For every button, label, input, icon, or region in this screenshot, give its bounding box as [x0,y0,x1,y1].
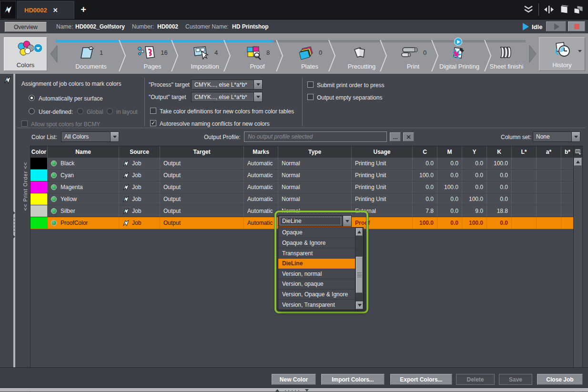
table-row-cyan[interactable]: Cyan Job Output Automatic Normal Printin… [30,170,582,181]
fit-width-icon[interactable] [543,4,555,15]
imposition-icon [192,45,210,60]
stop-button[interactable] [568,21,585,31]
radio-auto-per-surface-label: Automatically per surface [39,95,103,102]
dropdown-option-dieline[interactable]: DieLine [278,259,355,269]
new-color-button[interactable]: New Color [272,374,316,385]
step-sheet-finishing[interactable]: Sheet finishi [487,40,526,71]
documents-icon [79,45,95,60]
vertical-scrollbar[interactable] [573,146,582,392]
browse-profile-button[interactable]: ... [390,132,401,141]
header-usage[interactable]: Usage [352,146,413,158]
export-colors-button[interactable]: Export Colors... [390,374,452,385]
close-job-button[interactable]: Close Job [537,374,583,385]
vertical-splitter-grip[interactable] [13,211,16,239]
checkbox-output-empty-seps[interactable] [307,94,314,100]
sheet-finishing-icon [497,45,513,60]
checkbox-submit-print-order[interactable] [307,81,314,88]
header-type[interactable]: Type [278,146,352,158]
workflow-colors-button[interactable]: Colors [4,37,47,71]
scroll-steps-left-icon[interactable] [49,45,59,63]
header-m[interactable]: M [437,146,462,158]
radio-auto-per-surface[interactable] [29,95,35,101]
radio-in-layout[interactable] [107,108,113,114]
scroll-up-button[interactable] [574,158,582,166]
header-marks[interactable]: Marks [244,146,278,158]
table-row-yellow[interactable]: Yellow Job Output Automatic Normal Print… [30,193,582,205]
dropdown-option-opaque-ignore[interactable]: Opaque & Ignore [278,238,355,249]
process-target-select[interactable]: CMYK..., else L*a*b* [191,80,263,90]
dropdown-option-version-opaque-ignore[interactable]: Version, Opaque & Ignore [278,290,355,300]
header-b[interactable]: b* [561,146,574,158]
color-list-select[interactable]: All Colors [61,131,119,142]
delete-button[interactable]: Delete [456,374,495,385]
dropdown-scroll-up-button[interactable] [356,228,363,236]
dropdown-option-version-normal[interactable]: Version, normal [278,269,355,280]
dropdown-arrow-icon[interactable] [343,216,351,226]
status-dot-icon [51,172,57,178]
column-chooser-button[interactable] [574,146,582,158]
dropdown-option-transparent[interactable]: Transparent [278,248,355,259]
job-tab-label: HD0002 [24,7,47,14]
job-number-value: HD0002 [157,23,178,30]
dropdown-scrollbar-thumb[interactable] [356,257,363,293]
checkbox-take-color-defs[interactable] [150,108,156,114]
header-l[interactable]: L* [512,146,537,158]
header-source[interactable]: Source [119,146,160,158]
dropdown-option-opaque[interactable]: Opaque [278,228,355,238]
job-tab[interactable]: HD0002 ✕ [17,1,74,19]
dropdown-arrow-icon[interactable] [253,92,262,101]
column-set-select[interactable]: None [533,131,580,142]
job-info-bar: Overview Name: HD0002_Golfstory Number: … [0,19,588,33]
output-profile-field[interactable]: No output profile selected [244,131,387,142]
workflow-history-button[interactable]: History [539,37,585,71]
footer-bar: New Color Import Colors... Export Colors… [0,367,588,389]
clear-profile-button[interactable]: ✕ [403,132,414,141]
dropdown-arrow-icon[interactable] [110,132,119,141]
radio-user-defined[interactable] [29,108,35,114]
table-row-black[interactable]: Black Job Output Automatic Normal Printi… [30,158,582,170]
panel-switch-icon[interactable] [573,4,584,15]
header-color[interactable]: Color [30,146,48,158]
checkbox-allow-spot[interactable] [21,121,28,127]
pages-icon [137,45,156,60]
panel-logo-icon [3,76,12,84]
assignment-title: Assignment of job colors to mark colors [21,80,121,87]
radio-global[interactable] [77,108,83,114]
header-k[interactable]: K [487,146,512,158]
customer-value: HD Printshop [232,23,269,30]
dropdown-option-version-transparent[interactable]: Version, Transparent [278,300,355,310]
checkbox-autoresolve[interactable]: ✓ [150,120,156,126]
scroll-steps-right-icon[interactable] [528,45,537,63]
chevron-double-down-icon[interactable] [523,6,534,13]
run-button[interactable] [546,21,566,31]
header-a[interactable]: a* [537,146,561,158]
colors-dropdown-badge[interactable] [33,43,43,53]
header-y[interactable]: Y [462,146,487,158]
dropdown-scrollbar[interactable] [355,228,363,310]
dropdown-arrow-icon[interactable] [253,80,262,89]
status-play-icon [523,23,529,30]
overview-button[interactable]: Overview [5,22,47,32]
save-button[interactable]: Save [499,374,532,385]
dropdown-scroll-down-button[interactable] [356,302,363,309]
plates-count: 0 [319,49,322,56]
history-dropdown-arrow[interactable] [578,50,582,52]
type-combobox[interactable]: DieLine [278,215,352,227]
dropdown-option-version-opaque[interactable]: Version, opaque [278,279,355,290]
new-tab-button[interactable]: + [76,0,91,19]
color-swatch [30,193,47,205]
tab-close-icon[interactable]: ✕ [53,7,58,14]
dropdown-arrow-icon[interactable] [571,132,580,141]
bottom-splitter-grip[interactable] [275,389,309,392]
output-target-select[interactable]: CMYK..., else L*a*b* [191,92,263,102]
import-colors-button[interactable]: Import Colors... [321,374,385,385]
bottom-splitter[interactable] [0,388,588,392]
header-target[interactable]: Target [160,146,244,158]
panel-view-icon[interactable] [558,4,570,15]
job-icon [122,208,130,215]
header-name[interactable]: Name [48,146,119,158]
header-c[interactable]: C [413,146,437,158]
step-separator [171,40,179,71]
step-documents[interactable]: 1 Documents [64,40,118,71]
table-row-magenta[interactable]: Magenta Job Output Automatic Normal Prin… [30,181,582,193]
